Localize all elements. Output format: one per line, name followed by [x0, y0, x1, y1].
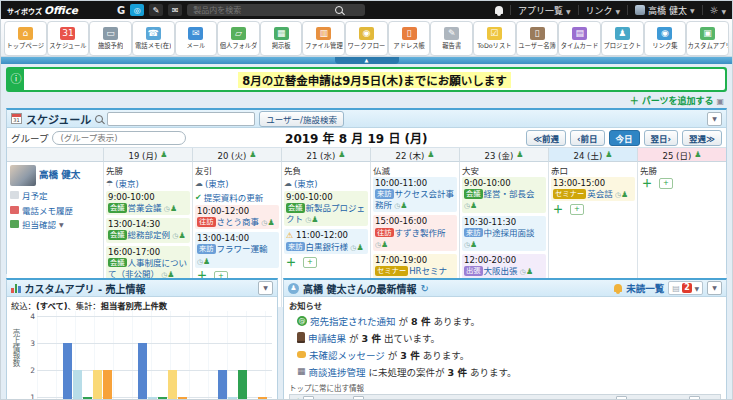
app-project[interactable]: ♟プロジェクト — [601, 21, 644, 56]
user-link-memo[interactable]: 電話メモ履歴 — [10, 204, 100, 216]
add-event-plus-icon[interactable]: ＋ — [642, 179, 652, 189]
event-title-link[interactable]: すずき製作所 — [395, 228, 446, 238]
notice-link[interactable]: 宛先指定された通知 — [310, 314, 396, 328]
latest-info-menu-button[interactable]: ▼ — [707, 281, 722, 295]
person-icon[interactable]: ♟ — [160, 151, 167, 159]
event-title-link[interactable]: 白黒銀行様 — [306, 242, 349, 252]
event-visit_out[interactable]: 15:00-16:00往訪すずき製作所 ◷♟ — [373, 215, 457, 251]
g-button[interactable]: G — [117, 5, 125, 16]
sort-date-button[interactable]: ▲ — [689, 396, 700, 400]
app-personal-folder[interactable]: ▱個人フォルダ — [217, 21, 260, 56]
app-timecard[interactable]: ▤タイムカード — [558, 21, 601, 56]
event-meeting[interactable]: 9:00-10:00会議営業会議 ◷♟ — [106, 191, 190, 215]
event-visit_in[interactable]: 10:30-11:30来訪中途採用面談 ◷♟ — [462, 216, 546, 252]
day-header[interactable]: 22 (木)♟ — [370, 148, 459, 162]
app-phone-memo[interactable]: ☎電話メモ(在) — [132, 21, 175, 56]
links-menu[interactable]: リンク ▼ — [586, 4, 621, 17]
event-title-link[interactable]: 経営・部長会 — [484, 189, 535, 199]
day-header[interactable]: 21 (水)♟ — [281, 148, 370, 162]
event-title-link[interactable]: 中途採用面談 — [484, 228, 535, 238]
app-report[interactable]: ✎報告書 — [430, 21, 473, 56]
notice-link[interactable]: 未確認メッセージ — [309, 348, 385, 362]
day-header[interactable]: 23 (金)♟ — [459, 148, 548, 162]
person-icon[interactable]: ♟ — [427, 151, 434, 159]
attendee-icon[interactable]: ♟ — [311, 215, 318, 224]
day-header[interactable]: 19 (月)♟ — [103, 148, 192, 162]
apps-menu[interactable]: アプリ一覧 ▼ — [518, 4, 571, 17]
app-links[interactable]: ◉リンク集 — [644, 21, 687, 56]
weather-place-link[interactable]: (東京) — [294, 177, 318, 189]
search-icon[interactable] — [335, 6, 343, 14]
add-note-icon[interactable]: + — [570, 204, 584, 215]
event-title-link[interactable]: さとう商事 — [217, 217, 260, 227]
weather-place-link[interactable]: (東京) — [205, 177, 229, 189]
global-search-input[interactable] — [191, 5, 335, 16]
settings-menu[interactable]: ☼ ▼ — [710, 5, 726, 16]
app-file-manage[interactable]: ▥ファイル管理 — [302, 21, 345, 56]
person-icon[interactable]: ♟ — [249, 151, 256, 159]
day-header[interactable]: 25 (日)♟ — [637, 148, 726, 162]
attendee-icon[interactable]: ♟ — [356, 243, 363, 252]
camera-icon[interactable]: ◎ — [130, 4, 144, 16]
notification-bell-icon[interactable] — [495, 6, 503, 14]
user-link-cal[interactable]: 月予定 — [10, 189, 100, 201]
add-note-icon[interactable]: + — [659, 178, 673, 189]
attendee-icon[interactable]: ♟ — [178, 231, 185, 240]
attendee-icon[interactable]: ♟ — [267, 218, 274, 227]
app-top[interactable]: ⌂トップページ — [4, 21, 47, 56]
event-visit_in[interactable]: 10:00-11:00来訪サクセス会計事務所 ◷♟ — [373, 177, 457, 212]
toolbar-collapse-handle[interactable]: ▲ — [335, 57, 399, 64]
user-link-folder[interactable]: 担当確認▼ — [10, 218, 100, 230]
app-mail[interactable]: ✉メール — [175, 21, 218, 56]
add-event-plus-icon[interactable]: ＋ — [286, 258, 296, 268]
event-title-link[interactable]: 総務部定例 — [128, 230, 171, 240]
attendee-icon[interactable]: ♟ — [470, 201, 477, 210]
schedule-user-name[interactable]: 高橋 健太 — [39, 167, 80, 181]
sort-user-button[interactable]: ▲ — [616, 396, 627, 400]
group-select[interactable]: (グループ表示) — [52, 131, 186, 145]
refresh-icon[interactable]: ↻ — [420, 283, 428, 294]
sort-title-button[interactable]: ▲ — [303, 396, 314, 400]
event-title-link[interactable]: 英会話 — [587, 189, 613, 199]
add-parts-link[interactable]: パーツを追加する — [642, 96, 714, 106]
attendee-icon[interactable]: ♟ — [170, 204, 177, 213]
app-workflow[interactable]: ◉ワークフロー — [345, 21, 388, 56]
app-custom-app[interactable]: ▣カスタムアプリ — [686, 21, 729, 56]
app-logo[interactable]: サイボウズ Office — [7, 4, 78, 16]
add-note-icon[interactable]: + — [303, 257, 317, 268]
event-meeting[interactable]: 9:00-10:00会議経営・部長会 ◷♟ — [462, 177, 546, 213]
person-icon[interactable]: ♟ — [338, 151, 345, 159]
today-button[interactable]: 今日 — [609, 130, 640, 146]
app-facility[interactable]: ▭施設予約 — [89, 21, 132, 56]
unread-list-link[interactable]: 未読一覧 — [626, 281, 664, 295]
next-week-button[interactable]: 翌週≫ — [682, 130, 722, 146]
attendee-icon[interactable]: ♟ — [621, 190, 628, 199]
todo-link[interactable]: 提案資料の更新 — [204, 191, 264, 203]
weather-place-link[interactable]: (東京) — [115, 177, 139, 189]
person-icon[interactable]: ♟ — [605, 151, 612, 159]
user-facility-search-button[interactable]: ユーザー/施設検索 — [259, 111, 344, 127]
app-schedule[interactable]: 31スケジュール — [47, 21, 90, 56]
attendee-icon[interactable]: ♟ — [526, 267, 533, 276]
attendee-icon[interactable]: ♟ — [381, 240, 388, 249]
event-visit_out[interactable]: 10:00-12:00往訪さとう商事 ◷♟ — [195, 205, 279, 229]
prev-day-button[interactable]: ‹前日 — [570, 130, 605, 146]
app-bulletin[interactable]: ▦掲示板 — [260, 21, 303, 56]
attendee-icon[interactable]: ♟ — [400, 201, 407, 210]
schedule-menu-button[interactable]: ▼ — [707, 112, 722, 126]
event-visit_in[interactable]: 13:00-14:00来訪フラワー運輸 ◷♟ — [195, 232, 279, 268]
day-header[interactable]: 24 (土)♟ — [548, 148, 637, 162]
day-header[interactable]: 20 (火)♟ — [192, 148, 281, 162]
unread-count-button[interactable]: ▤ 2 ▼ — [668, 281, 703, 295]
next-day-button[interactable]: 翌日› — [644, 130, 679, 146]
mail-shortcut-icon[interactable]: ✉ — [168, 4, 182, 16]
event-title-link[interactable]: 大阪出張 — [484, 266, 518, 276]
event-title-link[interactable]: 営業会議 — [128, 203, 162, 213]
user-menu[interactable]: 高橋 健太 ▼ — [635, 4, 695, 17]
notice-link[interactable]: 申請結果 — [308, 331, 346, 345]
person-icon[interactable]: ♟ — [516, 151, 523, 159]
app-user-list[interactable]: ▯ユーザー名簿 — [516, 21, 559, 56]
event-trip[interactable]: 12:00-20:00出張大阪出張 ◷♟ — [462, 254, 546, 278]
schedule-search-input[interactable] — [107, 112, 255, 126]
attendee-icon[interactable]: ♟ — [203, 257, 210, 266]
